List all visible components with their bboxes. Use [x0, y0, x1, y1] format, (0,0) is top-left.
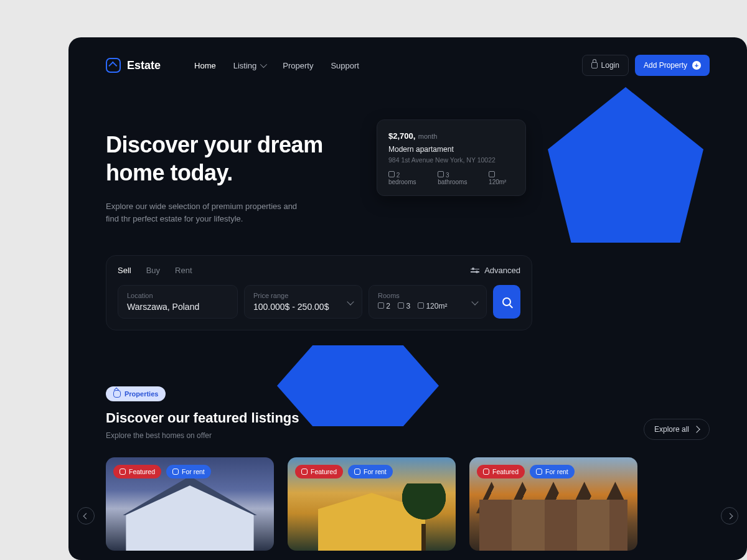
- nav-support[interactable]: Support: [331, 61, 359, 70]
- explore-all-button[interactable]: Explore all: [644, 419, 710, 440]
- rooms-baths: 3: [406, 302, 410, 310]
- house-icon: [354, 469, 360, 475]
- location-field[interactable]: Location Warszawa, Poland: [118, 285, 238, 319]
- nav-home-label: Home: [194, 61, 216, 70]
- nav-home[interactable]: Home: [194, 61, 216, 70]
- for-rent-text: For rent: [182, 468, 205, 475]
- location-label: Location: [127, 292, 228, 299]
- house-icon: [113, 390, 121, 398]
- search-button[interactable]: [493, 285, 520, 319]
- tab-rent[interactable]: Rent: [175, 266, 192, 275]
- price-value: 100.000$ - 250.00$: [253, 302, 353, 312]
- chevron-right-icon: [726, 513, 733, 519]
- featured-property-card[interactable]: $2,700, month Modern apartament 984 1st …: [377, 119, 526, 196]
- featured-tag: Featured: [295, 465, 343, 478]
- listing-card[interactable]: Featured For rent: [106, 457, 274, 551]
- rooms-area: 120m²: [426, 302, 447, 310]
- listings-row: Featured For rent Featured For rent Feat…: [106, 457, 710, 551]
- for-rent-tag: For rent: [348, 465, 393, 478]
- bath-icon: [438, 171, 444, 177]
- chevron-left-icon: [83, 513, 89, 519]
- rooms-label: Rooms: [378, 292, 477, 299]
- hero-subtitle: Explore our wide selection of premium pr…: [106, 200, 305, 225]
- house-icon: [301, 469, 308, 475]
- add-property-label: Add Property: [644, 61, 687, 70]
- chevron-down-icon: [260, 61, 267, 68]
- explore-label: Explore all: [654, 425, 689, 434]
- nav-support-label: Support: [331, 61, 359, 70]
- card-property-name: Modern apartament: [388, 145, 514, 154]
- card-area-text: 120m²: [489, 179, 506, 185]
- tab-buy[interactable]: Buy: [146, 266, 160, 275]
- carousel-next[interactable]: [721, 507, 738, 525]
- hero-title-line2: home today.: [106, 160, 233, 185]
- featured-text: Featured: [311, 468, 337, 475]
- section-title: Discover our featured listings: [106, 410, 299, 426]
- featured-text: Featured: [129, 468, 155, 475]
- brand-logo[interactable]: Estate: [106, 58, 161, 73]
- location-value: Warszawa, Poland: [127, 302, 228, 312]
- header: Estate Home Listing Property Support Log…: [106, 55, 710, 76]
- area-icon: [418, 302, 424, 309]
- price-label: Price range: [253, 292, 353, 299]
- card-area: 120m²: [489, 171, 514, 185]
- listing-card[interactable]: Featured For rent: [288, 457, 456, 551]
- nav-listing[interactable]: Listing: [233, 61, 266, 70]
- card-address: 984 1st Avenue New York, NY 10022: [388, 156, 514, 164]
- nav-property-label: Property: [283, 61, 313, 70]
- main-nav: Home Listing Property Support: [194, 61, 359, 70]
- rooms-beds: 2: [386, 302, 390, 310]
- house-icon: [536, 469, 542, 475]
- lock-icon: [591, 62, 598, 68]
- rooms-value: 2 3 120m²: [378, 302, 477, 310]
- house-icon: [483, 469, 489, 475]
- house-illustration: [126, 485, 253, 551]
- search-panel: Sell Buy Rent Advanced Location Warszawa…: [106, 255, 532, 330]
- featured-text: Featured: [492, 468, 519, 475]
- for-rent-text: For rent: [545, 468, 568, 475]
- house-icon: [172, 469, 179, 475]
- nav-listing-label: Listing: [233, 61, 257, 70]
- card-baths: 3 bathrooms: [438, 171, 480, 185]
- bed-icon: [388, 171, 395, 177]
- for-rent-text: For rent: [364, 468, 387, 475]
- rooms-field[interactable]: Rooms 2 3 120m²: [369, 285, 487, 319]
- featured-section: Properties Discover our featured listing…: [106, 386, 710, 551]
- card-beds: 2 bedrooms: [388, 171, 429, 185]
- advanced-label: Advanced: [484, 266, 520, 275]
- login-button[interactable]: Login: [582, 55, 629, 76]
- brand-name: Estate: [127, 59, 161, 72]
- featured-tag: Featured: [477, 465, 525, 478]
- properties-pill: Properties: [106, 386, 166, 401]
- sliders-icon: [471, 269, 479, 273]
- tab-sell[interactable]: Sell: [118, 266, 131, 275]
- bed-icon: [378, 302, 384, 309]
- house-logo-icon: [106, 58, 121, 73]
- plus-circle-icon: +: [692, 61, 701, 70]
- house-icon: [120, 469, 126, 475]
- card-price: $2,700,: [388, 131, 415, 141]
- add-property-button[interactable]: Add Property +: [635, 55, 710, 76]
- arrow-right-icon: [693, 426, 700, 433]
- featured-tag: Featured: [113, 465, 161, 478]
- advanced-filters[interactable]: Advanced: [471, 266, 520, 275]
- house-illustration: [479, 500, 627, 551]
- login-label: Login: [601, 61, 619, 70]
- hero: Discover your dream home today. Explore …: [106, 131, 710, 225]
- hero-title: Discover your dream home today.: [106, 131, 323, 187]
- search-icon: [502, 297, 511, 306]
- tree-illustration: [402, 483, 446, 551]
- nav-property[interactable]: Property: [283, 61, 313, 70]
- for-rent-tag: For rent: [166, 465, 211, 478]
- hero-title-line1: Discover your dream: [106, 132, 323, 157]
- section-subtitle: Explore the best homes on offer: [106, 431, 299, 440]
- bath-icon: [398, 302, 404, 309]
- listing-card[interactable]: Featured For rent: [469, 457, 637, 551]
- price-range-field[interactable]: Price range 100.000$ - 250.00$: [244, 285, 362, 319]
- card-price-per: month: [418, 133, 438, 140]
- pill-label: Properties: [125, 390, 158, 398]
- for-rent-tag: For rent: [530, 465, 575, 478]
- carousel-prev[interactable]: [77, 507, 95, 525]
- area-icon: [489, 171, 495, 177]
